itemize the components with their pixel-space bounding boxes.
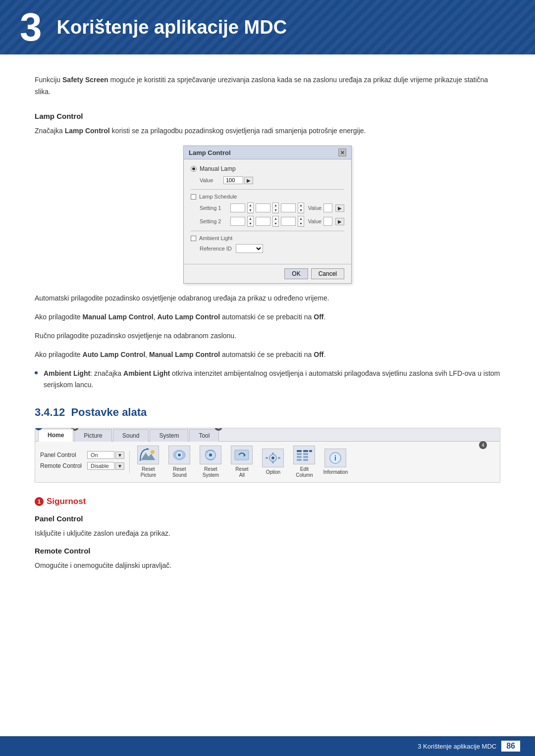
lamp-schedule-label: Lamp Schedule bbox=[199, 194, 237, 200]
svg-rect-13 bbox=[272, 461, 274, 463]
option-item[interactable]: Option bbox=[260, 449, 287, 475]
ambient-bullet: Ambient Light: značajka Ambient Light ot… bbox=[35, 368, 500, 392]
setting1-seconds[interactable] bbox=[281, 203, 296, 212]
toolbar-icons-area: ResetPicture ResetSound bbox=[130, 446, 495, 478]
manual-lamp-label: Manual Lamp bbox=[200, 165, 236, 172]
auto-lamp-text: Ako prilagodite Auto Lamp Control, Manua… bbox=[35, 349, 500, 361]
lamp-control-heading: Lamp Control bbox=[35, 112, 500, 120]
svg-text:i: i bbox=[334, 454, 336, 462]
panel-control-section-text: Isključite i uključite zaslon uređaja za… bbox=[35, 528, 500, 540]
lamp-control-dialog: Lamp Control ✕ Manual Lamp Value ▶ bbox=[183, 146, 352, 284]
manual-lamp-radio[interactable] bbox=[191, 166, 197, 172]
reset-system-icon-box bbox=[200, 446, 221, 464]
svg-rect-24 bbox=[309, 450, 312, 452]
svg-rect-14 bbox=[266, 457, 268, 459]
dialog-title: Lamp Control bbox=[189, 149, 231, 156]
svg-rect-17 bbox=[297, 453, 302, 455]
setting1-minutes[interactable] bbox=[256, 203, 270, 212]
page-header: 3 Korištenje aplikacije MDC bbox=[0, 0, 535, 54]
tab-home[interactable]: 1 Home bbox=[38, 429, 73, 442]
svg-marker-2 bbox=[147, 448, 150, 450]
reset-system-item[interactable]: ResetSystem bbox=[197, 446, 224, 478]
reset-picture-label: ResetPicture bbox=[141, 466, 156, 478]
setting2-value-label: Value bbox=[308, 218, 321, 224]
bullet-dot bbox=[35, 371, 38, 374]
setting1-arrow[interactable]: ▶ bbox=[335, 204, 344, 212]
svg-rect-22 bbox=[303, 456, 308, 458]
reset-sound-item[interactable]: ResetSound bbox=[166, 446, 193, 478]
intro-paragraph: Funkciju Safety Screen moguće je koristi… bbox=[35, 74, 500, 98]
lamp-schedule-group: Lamp Schedule bbox=[191, 194, 344, 200]
reset-sound-icon-box bbox=[168, 446, 190, 464]
svg-point-11 bbox=[271, 456, 274, 459]
remote-control-arrow[interactable]: ▼ bbox=[115, 462, 124, 470]
setting2-hours-spin[interactable]: ▲▼ bbox=[247, 216, 254, 227]
remote-control-section-heading: Remote Control bbox=[35, 547, 500, 555]
setting1-seconds-spin[interactable]: ▲▼ bbox=[298, 202, 304, 213]
ambient-light-checkbox[interactable] bbox=[191, 236, 196, 241]
cancel-button[interactable]: Cancel bbox=[311, 268, 344, 279]
setting1-value-label: Value bbox=[308, 205, 321, 211]
remote-control-row: Remote Control Disable ▼ bbox=[40, 462, 124, 470]
svg-rect-8 bbox=[235, 450, 249, 460]
value-input[interactable] bbox=[223, 176, 243, 184]
setting1-row: Setting 1 ▲▼ ▲▼ ▲▼ Value ▶ bbox=[200, 202, 344, 213]
svg-rect-15 bbox=[278, 457, 280, 459]
setting1-hours-spin[interactable]: ▲▼ bbox=[247, 202, 254, 213]
information-icon: i bbox=[326, 451, 344, 465]
reset-picture-item[interactable]: ResetPicture bbox=[135, 446, 162, 478]
lamp-schedule-checkbox[interactable] bbox=[191, 194, 196, 200]
rucno-text: Ručno prilagodite pozadinsko osvjetljenj… bbox=[35, 330, 500, 342]
tab-tool[interactable]: Tool 3 bbox=[189, 429, 219, 442]
reset-sound-icon bbox=[170, 448, 188, 462]
chapter-number: 3 bbox=[20, 7, 42, 47]
remote-control-section-text: Omogućite i onemogućite daljinski upravl… bbox=[35, 560, 500, 572]
reference-id-label: Reference ID bbox=[200, 246, 232, 252]
edit-column-icon bbox=[295, 448, 313, 462]
tab-sound[interactable]: Sound bbox=[113, 429, 149, 442]
dialog-body: Manual Lamp Value ▶ Lamp Schedule Settin… bbox=[184, 159, 351, 264]
setting2-seconds-spin[interactable]: ▲▼ bbox=[298, 216, 304, 227]
reset-sound-label: ResetSound bbox=[172, 466, 187, 478]
setting2-hours[interactable] bbox=[230, 217, 245, 226]
setting2-arrow[interactable]: ▶ bbox=[335, 218, 344, 225]
option-icon bbox=[264, 451, 282, 465]
svg-marker-0 bbox=[141, 453, 155, 460]
sigurnost-heading: 1 Sigurnost bbox=[35, 497, 500, 506]
setting2-seconds[interactable] bbox=[281, 217, 296, 226]
ok-button[interactable]: OK bbox=[284, 268, 308, 279]
dialog-wrapper: Lamp Control ✕ Manual Lamp Value ▶ bbox=[35, 146, 500, 284]
information-icon-box: i bbox=[324, 449, 346, 467]
dialog-footer: OK Cancel bbox=[184, 264, 351, 283]
setting1-minutes-spin[interactable]: ▲▼ bbox=[272, 202, 279, 213]
badge-1: 1 bbox=[35, 428, 43, 430]
dialog-close-button[interactable]: ✕ bbox=[338, 149, 346, 156]
sigurnost-title: Sigurnost bbox=[47, 497, 86, 506]
reset-system-label: ResetSystem bbox=[203, 466, 219, 478]
edit-column-item[interactable]: EditColumn bbox=[291, 446, 318, 478]
svg-rect-20 bbox=[303, 450, 308, 452]
svg-point-1 bbox=[151, 450, 155, 454]
reset-all-item[interactable]: ResetAll bbox=[228, 446, 256, 478]
panel-control-value: On bbox=[87, 451, 114, 459]
tab-system[interactable]: System bbox=[150, 429, 188, 442]
svg-rect-19 bbox=[297, 459, 302, 461]
setting2-minutes-spin[interactable]: ▲▼ bbox=[272, 216, 279, 227]
panel-control-arrow[interactable]: ▼ bbox=[115, 452, 124, 459]
page-number: 86 bbox=[501, 741, 520, 752]
ambient-light-label: Ambient Light bbox=[199, 235, 232, 241]
tab-picture[interactable]: 2 Picture bbox=[74, 429, 111, 442]
remote-control-value: Disable bbox=[87, 462, 114, 470]
information-item[interactable]: i Information bbox=[322, 449, 349, 475]
svg-rect-16 bbox=[297, 450, 302, 452]
setting1-hours[interactable] bbox=[230, 203, 245, 212]
toolbar-screenshot: 1 Home 2 Picture Sound System Tool 3 4 P… bbox=[35, 428, 500, 483]
setting2-minutes[interactable] bbox=[256, 217, 270, 226]
svg-point-7 bbox=[209, 454, 212, 456]
ambient-light-group: Ambient Light bbox=[191, 235, 344, 241]
value-arrow-btn[interactable]: ▶ bbox=[244, 177, 253, 184]
reset-picture-icon bbox=[139, 448, 157, 462]
svg-rect-23 bbox=[303, 459, 308, 461]
reference-id-select[interactable] bbox=[236, 244, 263, 253]
page-footer: 3 Korištenje aplikacije MDC 86 bbox=[0, 736, 535, 756]
